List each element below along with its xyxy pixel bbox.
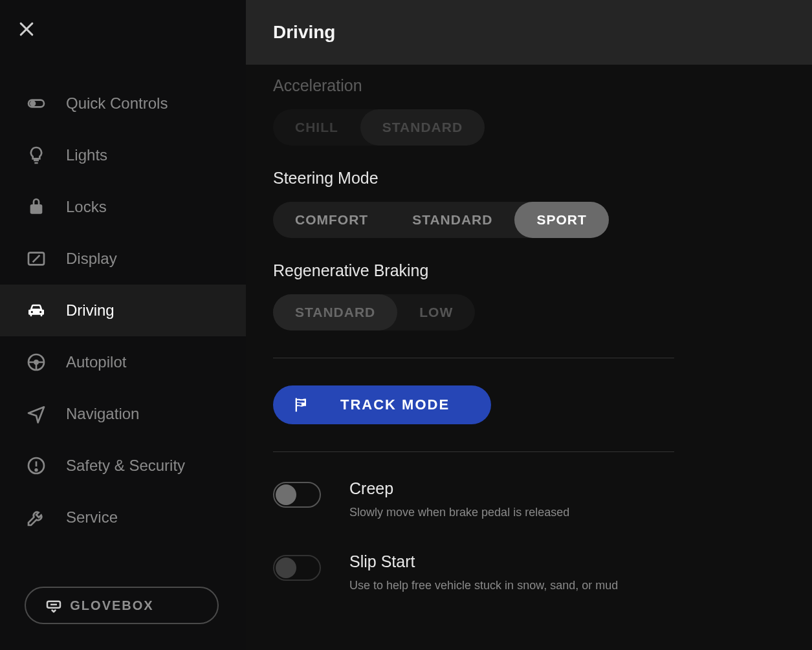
display-icon — [26, 248, 47, 269]
bulb-icon — [26, 145, 47, 166]
sidebar-item-locks[interactable]: Locks — [0, 181, 246, 233]
checkered-flag-icon — [292, 396, 311, 414]
sidebar-item-label: Locks — [66, 198, 107, 216]
close-icon[interactable] — [17, 19, 36, 39]
sidebar-footer: GLOVEBOX — [0, 571, 246, 650]
toggle-title-creep: Creep — [349, 479, 569, 498]
sidebar-item-display[interactable]: Display — [0, 233, 246, 285]
alert-circle-icon — [26, 455, 47, 476]
divider — [273, 358, 674, 358]
section-title-steering: Steering Mode — [273, 169, 785, 188]
toggle-desc-slip: Use to help free vehicle stuck in snow, … — [349, 578, 618, 593]
svg-point-9 — [36, 469, 38, 471]
svg-point-3 — [30, 102, 35, 106]
sidebar-item-safety-security[interactable]: Safety & Security — [0, 440, 246, 492]
sidebar-item-label: Display — [66, 250, 117, 268]
steering-option-sport[interactable]: SPORT — [514, 202, 608, 238]
sidebar: Quick Controls Lights Locks — [0, 0, 246, 650]
wrench-icon — [26, 507, 47, 528]
sidebar-item-label: Navigation — [66, 405, 139, 423]
toggle-text: Slip Start Use to help free vehicle stuc… — [349, 552, 618, 593]
glovebox-icon — [44, 596, 63, 615]
section-acceleration: Acceleration CHILL STANDARD — [273, 76, 785, 146]
page-title: Driving — [273, 22, 335, 43]
main: Driving Acceleration CHILL STANDARD Stee… — [246, 0, 812, 650]
toggle-title-slip: Slip Start — [349, 552, 618, 571]
svg-point-6 — [34, 360, 38, 363]
sidebar-item-label: Autopilot — [66, 353, 126, 371]
sidebar-item-label: Driving — [66, 301, 115, 320]
steering-segmented: COMFORT STANDARD SPORT — [273, 202, 609, 238]
header: Driving — [246, 0, 812, 65]
sidebar-item-label: Safety & Security — [66, 457, 185, 475]
track-mode-button[interactable]: TRACK MODE — [273, 385, 491, 424]
toggle-knob — [276, 484, 296, 505]
lock-icon — [26, 197, 47, 217]
toggle-desc-creep: Slowly move when brake pedal is released — [349, 504, 569, 520]
steering-wheel-icon — [26, 352, 47, 373]
acceleration-segmented: CHILL STANDARD — [273, 109, 485, 146]
content: Acceleration CHILL STANDARD Steering Mod… — [246, 65, 812, 650]
toggle-slip-start[interactable] — [273, 555, 321, 581]
sidebar-item-label: Quick Controls — [66, 94, 168, 113]
toggle-creep[interactable] — [273, 482, 321, 508]
sidebar-nav: Quick Controls Lights Locks — [0, 78, 246, 571]
sidebar-item-service[interactable]: Service — [0, 492, 246, 543]
toggle-row-creep: Creep Slowly move when brake pedal is re… — [273, 479, 785, 520]
regen-segmented: STANDARD LOW — [273, 294, 475, 330]
regen-option-standard[interactable]: STANDARD — [273, 294, 397, 330]
sidebar-item-autopilot[interactable]: Autopilot — [0, 336, 246, 388]
navigation-arrow-icon — [26, 404, 47, 424]
sidebar-item-quick-controls[interactable]: Quick Controls — [0, 78, 246, 129]
sidebar-item-label: Lights — [66, 146, 107, 164]
steering-option-comfort[interactable]: COMFORT — [273, 202, 390, 238]
acceleration-option-standard[interactable]: STANDARD — [360, 109, 485, 146]
track-mode-label: TRACK MODE — [327, 396, 463, 413]
sidebar-item-lights[interactable]: Lights — [0, 129, 246, 181]
toggle-icon — [26, 93, 47, 114]
car-icon — [26, 300, 47, 321]
section-steering-mode: Steering Mode COMFORT STANDARD SPORT — [273, 169, 785, 238]
regen-option-low[interactable]: LOW — [397, 294, 475, 330]
glovebox-button[interactable]: GLOVEBOX — [25, 587, 219, 624]
divider — [273, 451, 674, 452]
sidebar-item-label: Service — [66, 508, 118, 526]
sidebar-item-navigation[interactable]: Navigation — [0, 388, 246, 440]
section-regenerative-braking: Regenerative Braking STANDARD LOW — [273, 261, 785, 330]
acceleration-option-chill[interactable]: CHILL — [273, 109, 360, 146]
section-title-acceleration: Acceleration — [273, 76, 785, 95]
toggle-knob — [276, 558, 296, 578]
sidebar-item-driving[interactable]: Driving — [0, 285, 246, 336]
section-title-regen: Regenerative Braking — [273, 261, 785, 280]
toggle-text: Creep Slowly move when brake pedal is re… — [349, 479, 569, 520]
steering-option-standard[interactable]: STANDARD — [390, 202, 514, 238]
toggle-row-slip-start: Slip Start Use to help free vehicle stuc… — [273, 552, 785, 593]
